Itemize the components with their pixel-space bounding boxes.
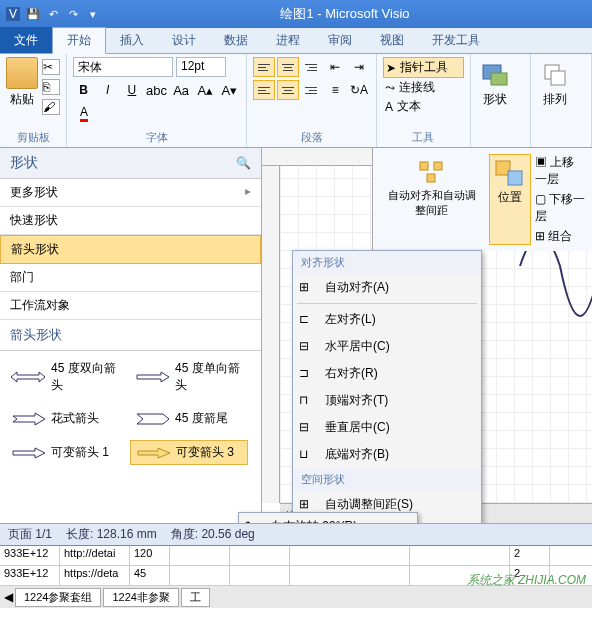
- shrink-font-icon[interactable]: A▾: [219, 80, 240, 100]
- shape-cat-more[interactable]: 更多形状▸: [0, 179, 261, 207]
- arrow-bidir-icon: [9, 370, 47, 384]
- arrow-var3-icon: [134, 446, 172, 460]
- search-icon[interactable]: 🔍: [236, 156, 251, 170]
- tab-view[interactable]: 视图: [366, 28, 418, 53]
- menu-section-align: 对齐形状: [293, 251, 481, 274]
- align-left-icon: ⊏: [299, 312, 315, 328]
- undo-icon[interactable]: ↶: [44, 5, 62, 23]
- arrow-tail-icon: [133, 412, 171, 426]
- paste-button[interactable]: 粘贴: [6, 57, 38, 115]
- align-top-center-icon[interactable]: [277, 57, 299, 77]
- tab-data[interactable]: 数据: [210, 28, 262, 53]
- tab-home[interactable]: 开始: [52, 27, 106, 54]
- case-button[interactable]: Aa: [171, 80, 192, 100]
- shape-45-bidir[interactable]: 45 度双向箭头: [6, 357, 124, 397]
- group-shapes[interactable]: ⊞ 组合: [535, 228, 586, 245]
- text-icon: A: [385, 100, 393, 114]
- format-painter-icon[interactable]: 🖌: [42, 99, 60, 115]
- shape-var1[interactable]: 可变箭头 1: [6, 440, 124, 465]
- menu-align-right[interactable]: ⊐右对齐(R): [293, 360, 481, 387]
- paste-icon: [6, 57, 38, 89]
- autospace-icon: ⊞: [299, 497, 315, 513]
- font-color-button[interactable]: A: [73, 103, 95, 123]
- ribbon-tabs: 文件 开始 插入 设计 数据 进程 审阅 视图 开发工具: [0, 28, 592, 54]
- visio-icon[interactable]: V: [4, 5, 22, 23]
- shape-icon: [479, 59, 511, 91]
- svg-rect-5: [551, 71, 565, 85]
- redo-icon[interactable]: ↷: [64, 5, 82, 23]
- align-left-icon[interactable]: [253, 80, 275, 100]
- sheet-tabs: ◀ 1224参聚套组 1224非参聚 工: [0, 586, 592, 608]
- shape-cat-workflow[interactable]: 工作流对象: [0, 292, 261, 320]
- bold-button[interactable]: B: [73, 80, 94, 100]
- shapes-title: 形状: [10, 154, 38, 172]
- menu-align-vcenter[interactable]: ⊟垂直居中(C): [293, 414, 481, 441]
- pointer-icon: ➤: [386, 61, 396, 75]
- cut-icon[interactable]: ✂: [42, 59, 60, 75]
- save-icon[interactable]: 💾: [24, 5, 42, 23]
- menu-align-bottom[interactable]: ⊔底端对齐(B): [293, 441, 481, 468]
- auto-align-button[interactable]: 自动对齐和自动调整间距: [379, 154, 485, 245]
- indent-decrease-icon[interactable]: ⇤: [324, 57, 346, 77]
- underline-button[interactable]: U: [121, 80, 142, 100]
- strike-button[interactable]: abc: [146, 80, 168, 100]
- menu-align-hcenter[interactable]: ⊟水平居中(C): [293, 333, 481, 360]
- bullets-icon[interactable]: ≡: [324, 80, 346, 100]
- sheet-nav-prev-icon[interactable]: ◀: [4, 590, 13, 604]
- font-name-select[interactable]: 宋体: [73, 57, 173, 77]
- menu-align-top[interactable]: ⊓顶端对齐(T): [293, 387, 481, 414]
- text-tool[interactable]: A文本: [383, 97, 464, 116]
- shape-button[interactable]: 形状: [477, 57, 513, 110]
- copy-icon[interactable]: ⎘: [42, 79, 60, 95]
- table-row[interactable]: 933E+12 http://detai 120 2: [0, 546, 592, 566]
- align-right-icon: ⊐: [299, 366, 315, 382]
- tab-file[interactable]: 文件: [0, 27, 52, 53]
- align-right-icon[interactable]: [301, 80, 323, 100]
- connector-tool[interactable]: ⤳连接线: [383, 78, 464, 97]
- tab-insert[interactable]: 插入: [106, 28, 158, 53]
- align-top-left-icon[interactable]: [253, 57, 275, 77]
- rotate-text-icon[interactable]: ↻A: [348, 80, 370, 100]
- pointer-tool[interactable]: ➤指针工具: [383, 57, 464, 78]
- italic-button[interactable]: I: [97, 80, 118, 100]
- tab-review[interactable]: 审阅: [314, 28, 366, 53]
- font-size-select[interactable]: 12pt: [176, 57, 226, 77]
- ruler-vertical: [262, 166, 280, 503]
- menu-separator: [297, 303, 477, 304]
- group-shape: 形状: [471, 54, 532, 147]
- send-backward[interactable]: ▢ 下移一层: [535, 191, 586, 225]
- group-paragraph: ⇤ ⇥ ≡ ↻A 段落: [247, 54, 377, 147]
- sheet-tab-3[interactable]: 工: [181, 588, 210, 607]
- position-button[interactable]: 位置: [489, 154, 531, 245]
- shape-cat-quick[interactable]: 快速形状: [0, 207, 261, 235]
- shape-45-uni[interactable]: 45 度单向箭头: [130, 357, 248, 397]
- menu-auto-align[interactable]: ⊞自动对齐(A): [293, 274, 481, 301]
- align-top-right-icon[interactable]: [301, 57, 323, 77]
- shape-cat-dept[interactable]: 部门: [0, 264, 261, 292]
- bring-forward[interactable]: ▣ 上移一层: [535, 154, 586, 188]
- indent-increase-icon[interactable]: ⇥: [348, 57, 370, 77]
- shape-var3[interactable]: 可变箭头 3: [130, 440, 248, 465]
- svg-rect-8: [427, 174, 435, 182]
- group-arrange: 排列: [531, 54, 592, 147]
- position-icon: [494, 159, 526, 187]
- tab-developer[interactable]: 开发工具: [418, 28, 494, 53]
- align-vcenter-icon: ⊟: [299, 420, 315, 436]
- grow-font-icon[interactable]: A▴: [195, 80, 216, 100]
- qat-dropdown-icon[interactable]: ▾: [84, 5, 102, 23]
- shape-section-header: 箭头形状: [0, 320, 261, 351]
- paste-label: 粘贴: [10, 91, 34, 108]
- shape-fancy[interactable]: 花式箭头: [6, 407, 124, 430]
- menu-align-left[interactable]: ⊏左对齐(L): [293, 306, 481, 333]
- arrange-button[interactable]: 排列: [537, 57, 573, 110]
- shape-tail[interactable]: 45 度箭尾: [130, 407, 248, 430]
- tab-design[interactable]: 设计: [158, 28, 210, 53]
- sheet-tab-2[interactable]: 1224非参聚: [103, 588, 178, 607]
- tab-process[interactable]: 进程: [262, 28, 314, 53]
- group-font: 宋体 12pt B I U abc Aa A▴ A▾ A 字体: [67, 54, 247, 147]
- shape-cat-arrows[interactable]: 箭头形状: [0, 235, 261, 264]
- auto-align-icon: [416, 158, 448, 186]
- align-center-icon[interactable]: [277, 80, 299, 100]
- arrange-panel: 自动对齐和自动调整间距 位置 ▣ 上移一层 ▢ 下移一层 ⊞ 组合: [372, 148, 592, 251]
- sheet-tab-1[interactable]: 1224参聚套组: [15, 588, 101, 607]
